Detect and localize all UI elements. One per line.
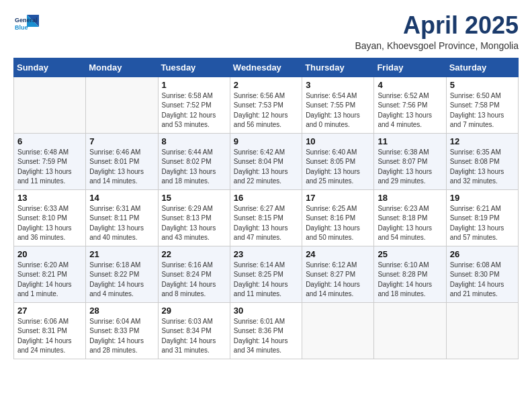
calendar-week-row: 13Sunrise: 6:33 AM Sunset: 8:10 PM Dayli…	[14, 189, 519, 246]
calendar-cell: 20Sunrise: 6:20 AM Sunset: 8:21 PM Dayli…	[14, 246, 86, 302]
calendar-cell: 3Sunrise: 6:54 AM Sunset: 7:55 PM Daylig…	[302, 77, 374, 133]
day-info: Sunrise: 6:54 AM Sunset: 7:55 PM Dayligh…	[306, 91, 370, 130]
calendar-week-row: 20Sunrise: 6:20 AM Sunset: 8:21 PM Dayli…	[14, 246, 519, 302]
day-number: 9	[234, 136, 298, 146]
calendar-cell	[86, 77, 158, 133]
day-number: 8	[162, 136, 226, 146]
calendar-cell: 13Sunrise: 6:33 AM Sunset: 8:10 PM Dayli…	[14, 189, 86, 246]
calendar-cell: 25Sunrise: 6:10 AM Sunset: 8:28 PM Dayli…	[374, 246, 446, 302]
day-number: 13	[17, 193, 82, 203]
weekday-header-wednesday: Wednesday	[230, 58, 302, 77]
day-info: Sunrise: 6:20 AM Sunset: 8:21 PM Dayligh…	[17, 261, 82, 300]
calendar-cell: 12Sunrise: 6:35 AM Sunset: 8:08 PM Dayli…	[446, 133, 518, 189]
logo-icon: General Blue	[13, 12, 39, 38]
day-info: Sunrise: 6:10 AM Sunset: 8:28 PM Dayligh…	[378, 261, 442, 300]
day-info: Sunrise: 6:27 AM Sunset: 8:15 PM Dayligh…	[234, 204, 298, 243]
calendar-cell: 18Sunrise: 6:23 AM Sunset: 8:18 PM Dayli…	[374, 189, 446, 246]
day-info: Sunrise: 6:38 AM Sunset: 8:07 PM Dayligh…	[378, 148, 442, 187]
calendar-cell: 6Sunrise: 6:48 AM Sunset: 7:59 PM Daylig…	[14, 133, 86, 189]
day-info: Sunrise: 6:50 AM Sunset: 7:58 PM Dayligh…	[450, 91, 515, 130]
day-info: Sunrise: 6:58 AM Sunset: 7:52 PM Dayligh…	[162, 91, 226, 130]
calendar-cell: 11Sunrise: 6:38 AM Sunset: 8:07 PM Dayli…	[374, 133, 446, 189]
day-info: Sunrise: 6:29 AM Sunset: 8:13 PM Dayligh…	[162, 204, 226, 243]
calendar-week-row: 1Sunrise: 6:58 AM Sunset: 7:52 PM Daylig…	[14, 77, 519, 133]
day-number: 25	[378, 249, 442, 259]
day-info: Sunrise: 6:25 AM Sunset: 8:16 PM Dayligh…	[306, 204, 370, 243]
calendar-cell: 16Sunrise: 6:27 AM Sunset: 8:15 PM Dayli…	[230, 189, 302, 246]
logo: General Blue	[13, 12, 42, 38]
day-number: 28	[89, 306, 154, 316]
day-number: 22	[162, 249, 226, 259]
day-info: Sunrise: 6:06 AM Sunset: 8:31 PM Dayligh…	[17, 317, 82, 356]
day-number: 4	[378, 80, 442, 90]
location-subtitle: Bayan, Khoevsgoel Province, Mongolia	[355, 40, 519, 51]
day-info: Sunrise: 6:08 AM Sunset: 8:30 PM Dayligh…	[450, 261, 515, 300]
day-number: 15	[162, 193, 226, 203]
day-number: 14	[89, 193, 154, 203]
day-number: 6	[17, 136, 82, 146]
svg-text:General: General	[15, 17, 38, 24]
weekday-header-thursday: Thursday	[302, 58, 374, 77]
day-info: Sunrise: 6:14 AM Sunset: 8:25 PM Dayligh…	[234, 261, 298, 300]
day-info: Sunrise: 6:33 AM Sunset: 8:10 PM Dayligh…	[17, 204, 82, 243]
day-info: Sunrise: 6:44 AM Sunset: 8:02 PM Dayligh…	[162, 148, 226, 187]
day-number: 17	[306, 193, 370, 203]
day-info: Sunrise: 6:35 AM Sunset: 8:08 PM Dayligh…	[450, 148, 515, 187]
title-block: April 2025 Bayan, Khoevsgoel Province, M…	[355, 12, 519, 51]
calendar-cell: 19Sunrise: 6:21 AM Sunset: 8:19 PM Dayli…	[446, 189, 518, 246]
day-number: 7	[89, 136, 154, 146]
header: General Blue April 2025 Bayan, Khoevsgoe…	[13, 12, 519, 51]
page: General Blue April 2025 Bayan, Khoevsgoe…	[0, 0, 532, 411]
calendar-week-row: 6Sunrise: 6:48 AM Sunset: 7:59 PM Daylig…	[14, 133, 519, 189]
weekday-header-monday: Monday	[86, 58, 158, 77]
calendar-cell: 28Sunrise: 6:04 AM Sunset: 8:33 PM Dayli…	[86, 302, 158, 359]
calendar-cell: 5Sunrise: 6:50 AM Sunset: 7:58 PM Daylig…	[446, 77, 518, 133]
calendar-week-row: 27Sunrise: 6:06 AM Sunset: 8:31 PM Dayli…	[14, 302, 519, 359]
day-info: Sunrise: 6:23 AM Sunset: 8:18 PM Dayligh…	[378, 204, 442, 243]
day-number: 29	[162, 306, 226, 316]
day-number: 23	[234, 249, 298, 259]
day-number: 10	[306, 136, 370, 146]
day-info: Sunrise: 6:18 AM Sunset: 8:22 PM Dayligh…	[89, 261, 154, 300]
calendar-cell	[446, 302, 518, 359]
calendar-cell	[14, 77, 86, 133]
day-info: Sunrise: 6:12 AM Sunset: 8:27 PM Dayligh…	[306, 261, 370, 300]
day-info: Sunrise: 6:46 AM Sunset: 8:01 PM Dayligh…	[89, 148, 154, 187]
calendar-cell: 27Sunrise: 6:06 AM Sunset: 8:31 PM Dayli…	[14, 302, 86, 359]
day-info: Sunrise: 6:21 AM Sunset: 8:19 PM Dayligh…	[450, 204, 515, 243]
calendar-table: SundayMondayTuesdayWednesdayThursdayFrid…	[13, 58, 519, 359]
day-number: 26	[450, 249, 515, 259]
day-number: 30	[234, 306, 298, 316]
calendar-cell	[302, 302, 374, 359]
day-info: Sunrise: 6:52 AM Sunset: 7:56 PM Dayligh…	[378, 91, 442, 130]
day-info: Sunrise: 6:01 AM Sunset: 8:36 PM Dayligh…	[234, 317, 298, 356]
day-number: 1	[162, 80, 226, 90]
day-info: Sunrise: 6:16 AM Sunset: 8:24 PM Dayligh…	[162, 261, 226, 300]
day-number: 24	[306, 249, 370, 259]
day-info: Sunrise: 6:56 AM Sunset: 7:53 PM Dayligh…	[234, 91, 298, 130]
calendar-cell: 7Sunrise: 6:46 AM Sunset: 8:01 PM Daylig…	[86, 133, 158, 189]
day-number: 19	[450, 193, 515, 203]
calendar-cell: 23Sunrise: 6:14 AM Sunset: 8:25 PM Dayli…	[230, 246, 302, 302]
calendar-cell: 9Sunrise: 6:42 AM Sunset: 8:04 PM Daylig…	[230, 133, 302, 189]
weekday-header-sunday: Sunday	[14, 58, 86, 77]
calendar-cell: 8Sunrise: 6:44 AM Sunset: 8:02 PM Daylig…	[158, 133, 230, 189]
calendar-cell: 4Sunrise: 6:52 AM Sunset: 7:56 PM Daylig…	[374, 77, 446, 133]
calendar-cell: 26Sunrise: 6:08 AM Sunset: 8:30 PM Dayli…	[446, 246, 518, 302]
calendar-cell	[374, 302, 446, 359]
weekday-header-tuesday: Tuesday	[158, 58, 230, 77]
day-number: 2	[234, 80, 298, 90]
day-info: Sunrise: 6:31 AM Sunset: 8:11 PM Dayligh…	[89, 204, 154, 243]
calendar-cell: 30Sunrise: 6:01 AM Sunset: 8:36 PM Dayli…	[230, 302, 302, 359]
month-title: April 2025	[355, 12, 519, 39]
day-number: 20	[17, 249, 82, 259]
day-number: 27	[17, 306, 82, 316]
calendar-cell: 2Sunrise: 6:56 AM Sunset: 7:53 PM Daylig…	[230, 77, 302, 133]
day-number: 12	[450, 136, 515, 146]
calendar-cell: 15Sunrise: 6:29 AM Sunset: 8:13 PM Dayli…	[158, 189, 230, 246]
svg-text:Blue: Blue	[15, 24, 28, 31]
day-info: Sunrise: 6:04 AM Sunset: 8:33 PM Dayligh…	[89, 317, 154, 356]
calendar-cell: 24Sunrise: 6:12 AM Sunset: 8:27 PM Dayli…	[302, 246, 374, 302]
weekday-header-row: SundayMondayTuesdayWednesdayThursdayFrid…	[14, 58, 519, 77]
day-number: 5	[450, 80, 515, 90]
